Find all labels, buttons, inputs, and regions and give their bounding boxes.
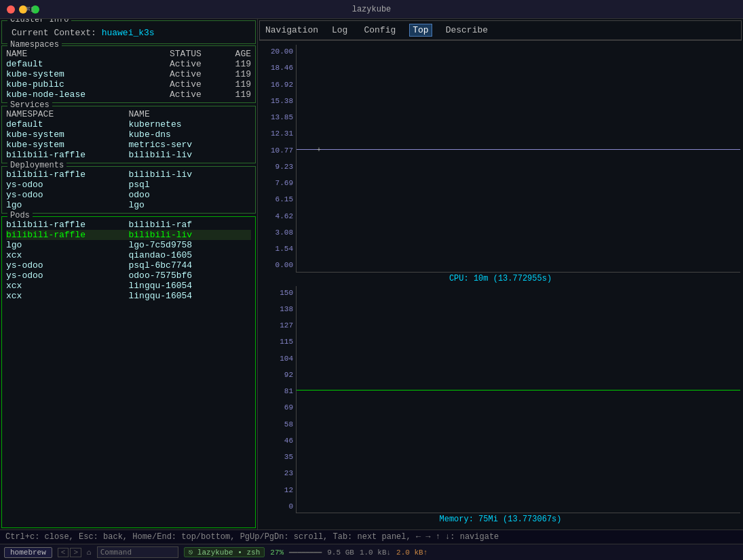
table-row[interactable]: bilibili-raffle bilibili-liv bbox=[6, 230, 251, 240]
pod-namespace: ys-odoo bbox=[6, 271, 129, 281]
deploy-name: odoo bbox=[129, 190, 252, 200]
mem-y-label: 58 bbox=[261, 420, 293, 428]
namespaces-header: NAME STATUS AGE bbox=[6, 49, 251, 59]
table-row[interactable]: xcx lingqu-16054 bbox=[6, 281, 251, 291]
svc-col-namespace: NAMESPACE bbox=[6, 109, 129, 119]
svc-namespace: default bbox=[6, 119, 129, 129]
pod-namespace: xcx bbox=[6, 250, 129, 260]
cpu-y-label: 1.54 bbox=[261, 245, 293, 253]
namespaces-title: Namespaces bbox=[7, 40, 62, 49]
table-row[interactable]: ys-odoo odoo bbox=[6, 190, 251, 200]
mem-chart-label: Memory: 75Mi (13.773067s) bbox=[261, 513, 740, 527]
memory-chart: 150 138 127 115 104 92 81 69 58 46 35 23… bbox=[261, 286, 740, 527]
mem-y-label: 35 bbox=[261, 453, 293, 461]
cpu-y-label: 7.69 bbox=[261, 179, 293, 187]
cpu-y-label: 20.00 bbox=[261, 47, 293, 56]
table-row[interactable]: xcx qiandao-1605 bbox=[6, 250, 251, 260]
svc-namespace: bilibili-raffle bbox=[6, 150, 129, 160]
pod-name: odoo-7575bf6 bbox=[129, 271, 252, 281]
ns-age: 119 bbox=[224, 89, 251, 100]
mem-horizontal-line bbox=[297, 390, 740, 391]
table-row[interactable]: lgo lgo-7c5d9758 bbox=[6, 240, 251, 250]
table-row[interactable]: bilibili-raffle bilibili-liv bbox=[6, 169, 251, 180]
table-row[interactable]: ys-odoo psql bbox=[6, 180, 251, 190]
ns-status: Active bbox=[170, 59, 224, 69]
ns-name: default bbox=[6, 59, 170, 69]
svc-name: metrics-serv bbox=[129, 140, 252, 150]
table-row[interactable]: bilibili-raffle bilibili-raf bbox=[6, 220, 251, 230]
tab-describe[interactable]: Describe bbox=[443, 24, 491, 36]
deployments-table: bilibili-raffle bilibili-liv ys-odoo psq… bbox=[6, 169, 251, 210]
ns-age: 119 bbox=[224, 79, 251, 89]
services-title: Services bbox=[7, 100, 52, 110]
deploy-name: bilibili-liv bbox=[129, 169, 252, 180]
context-value-text: huawei_k3s bbox=[102, 28, 155, 38]
upload-info: 2.0 kB↑ bbox=[396, 548, 427, 557]
nav-next-button[interactable]: > bbox=[70, 548, 81, 557]
ns-col-age: AGE bbox=[224, 49, 251, 59]
tab-config[interactable]: Config bbox=[361, 24, 398, 36]
main-content: Cluster Info Current Context: huawei_k3s… bbox=[0, 19, 743, 529]
mem-y-label: 81 bbox=[261, 387, 293, 395]
table-row[interactable]: kube-public Active 119 bbox=[6, 79, 251, 89]
separator-bar: ━━━━━━━━ bbox=[289, 548, 322, 557]
table-row[interactable]: default kubernetes bbox=[6, 119, 251, 129]
svc-name: kube-dns bbox=[129, 129, 252, 140]
terminal-tab-homebrew[interactable]: homebrew bbox=[4, 547, 52, 558]
cpu-chart: 20.00 18.46 16.92 15.38 13.85 12.31 10.7… bbox=[261, 45, 740, 286]
table-row[interactable]: ys-odoo odoo-7575bf6 bbox=[6, 271, 251, 281]
command-input[interactable] bbox=[97, 546, 178, 558]
table-row[interactable]: ys-odoo psql-6bc7744 bbox=[6, 260, 251, 271]
svc-name: kubernetes bbox=[129, 119, 252, 129]
cpu-y-label: 6.15 bbox=[261, 195, 293, 203]
table-row[interactable]: kube-system kube-dns bbox=[6, 129, 251, 140]
pod-name-highlight: bilibili-liv bbox=[129, 230, 252, 240]
mem-y-label: 23 bbox=[261, 469, 293, 477]
ns-age: 119 bbox=[224, 69, 251, 79]
right-panel: Navigation Log Config Top Describe 20.00… bbox=[258, 19, 743, 529]
pods-section: Pods bilibili-raffle bilibili-raf bilibi… bbox=[1, 216, 256, 528]
context-label: Current Context: bbox=[12, 28, 96, 38]
mem-plot bbox=[296, 286, 740, 514]
mem-y-label: 69 bbox=[261, 403, 293, 412]
mem-y-axis: 150 138 127 115 104 92 81 69 58 46 35 23… bbox=[261, 286, 296, 514]
namespaces-table: NAME STATUS AGE default Active 119 kube-… bbox=[6, 49, 251, 100]
cpu-horizontal-line bbox=[297, 149, 740, 150]
table-row[interactable]: lgo lgo bbox=[6, 200, 251, 210]
cpu-y-label: 16.92 bbox=[261, 81, 293, 89]
terminal-bar: homebrew < > ⌂ ⎋ lazykube • zsh 27% ━━━━… bbox=[0, 544, 743, 560]
table-row[interactable]: default Active 119 bbox=[6, 59, 251, 69]
table-row[interactable]: kube-node-lease Active 119 bbox=[6, 89, 251, 100]
svc-name: bilibili-liv bbox=[129, 150, 252, 160]
cpu-y-label: 4.62 bbox=[261, 212, 293, 220]
tab-log[interactable]: Log bbox=[329, 24, 350, 36]
mem-y-label: 150 bbox=[261, 289, 293, 297]
pod-namespace: ys-odoo bbox=[6, 260, 129, 271]
table-row[interactable]: kube-system metrics-serv bbox=[6, 140, 251, 150]
cpu-chart-label: CPU: 10m (13.772955s) bbox=[261, 273, 740, 286]
table-row[interactable]: kube-system Active 119 bbox=[6, 69, 251, 79]
services-table: NAMESPACE NAME default kubernetes kube-s… bbox=[6, 109, 251, 160]
charts-area: 20.00 18.46 16.92 15.38 13.85 12.31 10.7… bbox=[258, 42, 743, 529]
table-row[interactable]: xcx lingqu-16054 bbox=[6, 291, 251, 301]
navigation-label: Navigation bbox=[265, 25, 318, 35]
terminal-right: ⎋ lazykube • zsh 27% ━━━━━━━━ 9.5 GB 1.0… bbox=[184, 547, 428, 557]
cpu-y-label: 3.08 bbox=[261, 228, 293, 237]
status-bar: Ctrl+c: close, Esc: back, Home/End: top/… bbox=[0, 529, 743, 544]
navigation-tabs: Navigation Log Config Top Describe bbox=[260, 21, 741, 40]
mem-y-label: 104 bbox=[261, 355, 293, 363]
left-panel: Cluster Info Current Context: huawei_k3s… bbox=[0, 19, 258, 529]
window-title: lazykube bbox=[352, 5, 392, 14]
mem-y-label: 127 bbox=[261, 321, 293, 329]
ns-name: kube-node-lease bbox=[6, 89, 170, 100]
nav-prev-button[interactable]: < bbox=[58, 548, 69, 557]
namespaces-section: Namespaces NAME STATUS AGE default Activ… bbox=[1, 45, 256, 103]
tab-top[interactable]: Top bbox=[409, 24, 432, 37]
cpu-y-label: 13.85 bbox=[261, 113, 293, 121]
cpu-y-label: 15.38 bbox=[261, 97, 293, 105]
deployments-title: Deployments bbox=[7, 161, 66, 170]
table-row[interactable]: bilibili-raffle bilibili-liv bbox=[6, 150, 251, 160]
mem-y-label: 92 bbox=[261, 371, 293, 379]
pod-namespace: xcx bbox=[6, 281, 129, 291]
close-button[interactable] bbox=[7, 5, 15, 14]
